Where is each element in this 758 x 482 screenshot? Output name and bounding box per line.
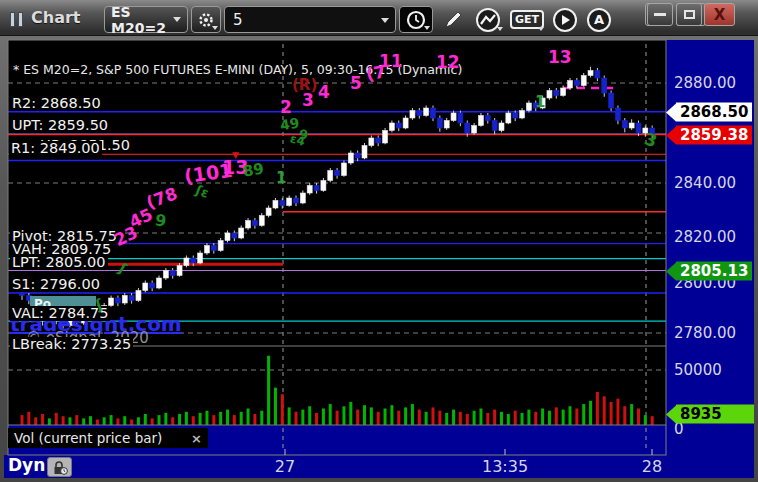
lock-clock-icon: [52, 460, 68, 475]
level-label: R1: 2849.00: [9, 141, 102, 156]
scale-lock-button[interactable]: [47, 457, 72, 477]
level-label: LPT: 2805.00: [10, 255, 108, 270]
level-label: R2: 2868.50: [10, 96, 103, 111]
volume-tab-label: Vol (current price bar): [14, 430, 162, 446]
level-label: VAL: 2784.75: [10, 306, 110, 321]
app-window: Chart ES M20=2 5: [0, 0, 758, 482]
level-label: S1: 2796.00: [10, 277, 102, 292]
price-level-labels: HR: 2851.50R2: 2868.50UPT: 2859.50R1: 28…: [8, 40, 666, 352]
level-label: UPT: 2859.50: [10, 118, 110, 133]
dynamic-mode-label: Dyn: [8, 455, 45, 475]
volume-study-tab[interactable]: Vol (current price bar) ×: [8, 428, 208, 448]
close-icon[interactable]: ×: [191, 431, 202, 446]
level-label: LBreak: 2773.25: [10, 337, 133, 352]
